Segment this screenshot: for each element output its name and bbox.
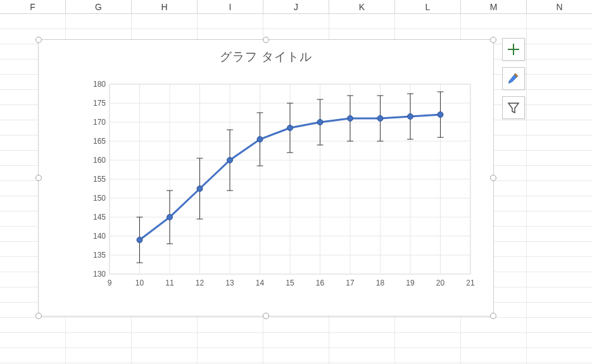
x-tick-label: 18 [376, 279, 385, 287]
data-marker[interactable] [167, 215, 173, 220]
y-tick-label: 180 [93, 80, 106, 89]
y-tick-label: 130 [93, 270, 106, 279]
x-tick-label: 13 [225, 279, 234, 287]
chart-object[interactable]: グラフ タイトル 1301351401451501551601651701751… [38, 39, 494, 317]
plus-icon [507, 43, 520, 56]
data-marker[interactable] [438, 112, 443, 118]
y-tick-label: 175 [93, 99, 106, 108]
y-tick-label: 135 [93, 251, 106, 260]
x-tick-label: 10 [135, 279, 144, 287]
chart-action-panel [502, 38, 525, 119]
chart-filters-button[interactable] [502, 96, 525, 119]
y-tick-label: 170 [93, 118, 106, 127]
x-tick-label: 14 [256, 279, 265, 287]
resize-handle[interactable] [490, 175, 496, 181]
data-marker[interactable] [197, 186, 203, 192]
y-tick-label: 155 [93, 175, 106, 184]
column-headers-row: F G H I J K L M N [0, 0, 592, 14]
x-tick-label: 12 [196, 279, 205, 287]
resize-handle[interactable] [490, 37, 496, 43]
x-tick-label: 16 [316, 279, 325, 287]
x-tick-label: 15 [286, 279, 294, 287]
y-tick-label: 165 [93, 137, 106, 146]
brush-icon [507, 72, 520, 85]
funnel-icon [507, 101, 520, 114]
col-header[interactable]: J [263, 0, 329, 13]
resize-handle[interactable] [35, 313, 42, 319]
data-marker[interactable] [257, 137, 263, 142]
col-header[interactable]: F [0, 0, 66, 13]
chart-title[interactable]: グラフ タイトル [39, 49, 493, 65]
data-marker[interactable] [227, 158, 233, 163]
x-tick-label: 19 [406, 279, 415, 287]
x-tick-label: 21 [466, 279, 475, 287]
resize-handle[interactable] [35, 37, 42, 43]
data-marker[interactable] [348, 116, 353, 122]
resize-handle[interactable] [263, 37, 269, 43]
col-header[interactable]: G [66, 0, 132, 13]
x-tick-label: 9 [108, 279, 112, 287]
col-header[interactable]: H [132, 0, 198, 13]
data-marker[interactable] [408, 114, 413, 120]
x-tick-label: 20 [436, 279, 445, 287]
chart-styles-button[interactable] [502, 67, 525, 90]
resize-handle[interactable] [35, 175, 42, 181]
y-tick-label: 160 [93, 156, 106, 165]
plot-area[interactable]: 1301351401451501551601651701751809101112… [84, 78, 477, 287]
col-header[interactable]: N [527, 0, 592, 13]
col-header[interactable]: L [395, 0, 461, 13]
data-marker[interactable] [137, 237, 142, 243]
chart-elements-button[interactable] [502, 38, 525, 61]
x-tick-label: 11 [165, 279, 174, 287]
resize-handle[interactable] [490, 313, 496, 319]
resize-handle[interactable] [263, 313, 269, 319]
data-marker[interactable] [287, 125, 293, 131]
y-tick-label: 145 [93, 213, 106, 222]
chart-svg: 1301351401451501551601651701751809101112… [84, 78, 477, 299]
x-tick-label: 17 [346, 279, 355, 287]
y-tick-label: 140 [93, 232, 106, 241]
col-header[interactable]: M [461, 0, 527, 13]
data-marker[interactable] [377, 116, 383, 122]
y-tick-label: 150 [93, 194, 106, 203]
data-marker[interactable] [317, 120, 323, 125]
col-header[interactable]: I [198, 0, 263, 13]
col-header[interactable]: K [329, 0, 395, 13]
